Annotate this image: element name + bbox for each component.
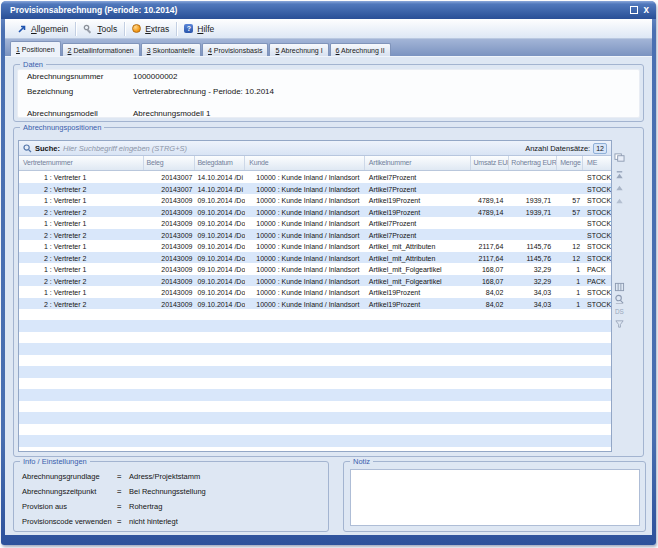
equals-icon: = bbox=[117, 487, 123, 496]
cell-beleg: 20143009 bbox=[144, 217, 196, 229]
menu-item-tools[interactable]: Tools bbox=[76, 19, 124, 38]
cell-rohertrag bbox=[509, 171, 557, 183]
notiz-textarea[interactable] bbox=[350, 469, 640, 526]
cell-kunde: 10000 : Kunde Inland / Inlandsort bbox=[245, 263, 365, 275]
cell-kunde: 10000 : Kunde Inland / Inlandsort bbox=[245, 275, 365, 287]
tab-abrechnung-2[interactable]: 6 Abrechnung II bbox=[330, 43, 391, 56]
col-header-menge[interactable]: Menge bbox=[557, 156, 583, 170]
col-header-umsatz[interactable]: Umsatz EUR bbox=[471, 156, 509, 170]
cell-beleg: 20143009 bbox=[144, 275, 196, 287]
table-row[interactable]: 2 : Vertreter 2 20143007 14.10.2014 /Di … bbox=[19, 183, 611, 195]
column-chooser-icon[interactable] bbox=[614, 153, 625, 163]
search-bar[interactable]: Suche: Hier Suchbegriff eingeben (STRG+S… bbox=[19, 141, 611, 156]
tab-page-positionen: Daten Abrechnungsnummer1000000002 Bezeic… bbox=[5, 56, 652, 535]
tab-abrechnung-1[interactable]: 5 Abrechnung I bbox=[269, 43, 328, 56]
tab-positionen[interactable]: 1 Positionen bbox=[10, 41, 61, 56]
tools-icon bbox=[83, 24, 93, 34]
cell-artikelnummer: Artikel_mit_Folgeartikel bbox=[365, 263, 472, 275]
cell-menge: 57 bbox=[557, 206, 583, 218]
cell-artikelnummer: Artikel_mit_Folgeartikel bbox=[365, 275, 472, 287]
extras-icon bbox=[132, 24, 141, 33]
table-row[interactable]: 2 : Vertreter 2 20143009 09.10.2014 /Do … bbox=[19, 252, 611, 264]
cell-kunde: 10000 : Kunde Inland / Inlandsort bbox=[245, 298, 365, 310]
cell-rohertrag: 32,29 bbox=[509, 263, 557, 275]
cell-rohertrag: 34,03 bbox=[509, 298, 557, 310]
table-row[interactable]: 1 : Vertreter 1 20143007 14.10.2014 /Di … bbox=[19, 171, 611, 183]
cell-vertreternummer: 2 : Vertreter 2 bbox=[19, 298, 144, 310]
cell-artikelnummer: Artikel19Prozent bbox=[365, 286, 472, 298]
cell-umsatz: 84,02 bbox=[471, 286, 509, 298]
dialog-window: Provisionsabrechnung (Periode: 10.2014) … bbox=[1, 1, 656, 545]
menu-item-allgemein[interactable]: Allgemein bbox=[10, 19, 75, 38]
cell-artikelnummer: Artikel19Prozent bbox=[365, 298, 472, 310]
cell-artikelnummer: Artikel19Prozent bbox=[365, 206, 472, 218]
cell-me: STOCK bbox=[583, 206, 611, 218]
table-row[interactable]: 2 : Vertreter 2 20143009 09.10.2014 /Do … bbox=[19, 298, 611, 310]
cell-menge: 12 bbox=[557, 240, 583, 252]
cell-rohertrag bbox=[509, 229, 557, 241]
menu-item-hilfe[interactable]: ? Hilfe bbox=[177, 19, 221, 38]
cell-vertreternummer: 1 : Vertreter 1 bbox=[19, 286, 144, 298]
menu-item-extras[interactable]: Extras bbox=[125, 19, 176, 38]
zoom-icon[interactable] bbox=[614, 294, 625, 304]
cell-artikelnummer: Artikel7Prozent bbox=[365, 217, 472, 229]
cell-rohertrag bbox=[509, 217, 557, 229]
cell-menge: 12 bbox=[557, 252, 583, 264]
cell-artikelnummer: Artikel7Prozent bbox=[365, 171, 472, 183]
col-header-kunde[interactable]: Kunde bbox=[245, 156, 365, 170]
cell-rohertrag: 1145,76 bbox=[509, 240, 557, 252]
cell-me: PACK bbox=[583, 263, 611, 275]
table-row[interactable]: 2 : Vertreter 2 20143009 09.10.2014 /Do … bbox=[19, 275, 611, 287]
cell-me: STOCK bbox=[583, 171, 611, 183]
cell-rohertrag bbox=[509, 183, 557, 195]
scroll-up-icon[interactable] bbox=[614, 183, 625, 193]
window-title: Provisionsabrechnung (Periode: 10.2014) bbox=[10, 5, 177, 15]
filter-icon[interactable] bbox=[614, 319, 625, 329]
help-icon: ? bbox=[184, 24, 193, 33]
cell-umsatz: 84,02 bbox=[471, 298, 509, 310]
cell-rohertrag: 32,29 bbox=[509, 275, 557, 287]
search-label: Suche: bbox=[35, 144, 60, 153]
cell-belegdatum: 09.10.2014 /Do bbox=[195, 298, 245, 310]
col-header-artikelnummer[interactable]: Artikelnummer bbox=[365, 156, 472, 170]
close-icon[interactable]: x bbox=[643, 6, 649, 14]
table-row[interactable]: 2 : Vertreter 2 20143009 09.10.2014 /Do … bbox=[19, 206, 611, 218]
cell-rohertrag: 34,03 bbox=[509, 286, 557, 298]
col-header-beleg[interactable]: Beleg bbox=[144, 156, 196, 170]
search-input[interactable]: Hier Suchbegriff eingeben (STRG+S) bbox=[63, 144, 187, 153]
col-header-rohertrag[interactable]: Rohertrag EUR bbox=[509, 156, 557, 170]
restore-icon[interactable] bbox=[630, 6, 638, 14]
table-row[interactable]: 1 : Vertreter 1 20143009 09.10.2014 /Do … bbox=[19, 286, 611, 298]
cell-me: PACK bbox=[583, 275, 611, 287]
scroll-up2-icon[interactable] bbox=[614, 196, 625, 206]
tab-provisionsbasis[interactable]: 4 Provisionsbasis bbox=[202, 43, 268, 56]
equals-icon: = bbox=[117, 472, 123, 481]
cell-vertreternummer: 1 : Vertreter 1 bbox=[19, 171, 144, 183]
tab-detailinformationen[interactable]: 2 Detailinformationen bbox=[62, 43, 140, 56]
cell-me: STOCK bbox=[583, 194, 611, 206]
cell-vertreternummer: 1 : Vertreter 1 bbox=[19, 217, 144, 229]
cell-belegdatum: 14.10.2014 /Di bbox=[195, 171, 245, 183]
col-header-belegdatum[interactable]: Belegdatum bbox=[195, 156, 245, 170]
scroll-top-icon[interactable] bbox=[614, 170, 625, 180]
table-row[interactable]: 1 : Vertreter 1 20143009 09.10.2014 /Do … bbox=[19, 217, 611, 229]
dataset-icon[interactable]: DS bbox=[614, 307, 625, 317]
table-row[interactable]: 1 : Vertreter 1 20143009 09.10.2014 /Do … bbox=[19, 194, 611, 206]
cell-me: STOCK bbox=[583, 298, 611, 310]
col-header-vertreternummer[interactable]: Vertreternummer bbox=[19, 156, 144, 170]
cell-menge: 1 bbox=[557, 298, 583, 310]
tab-skontoanteile[interactable]: 3 Skontoanteile bbox=[141, 43, 201, 56]
cell-artikelnummer: Artikel19Prozent bbox=[365, 194, 472, 206]
cell-menge: 1 bbox=[557, 286, 583, 298]
cell-belegdatum: 09.10.2014 /Do bbox=[195, 263, 245, 275]
cell-beleg: 20143009 bbox=[144, 206, 196, 218]
cell-umsatz: 4789,14 bbox=[471, 206, 509, 218]
col-header-me[interactable]: ME bbox=[583, 156, 611, 170]
cell-belegdatum: 09.10.2014 /Do bbox=[195, 252, 245, 264]
table-row[interactable]: 2 : Vertreter 2 20143009 09.10.2014 /Do … bbox=[19, 229, 611, 241]
cell-vertreternummer: 1 : Vertreter 1 bbox=[19, 240, 144, 252]
table-row[interactable]: 1 : Vertreter 1 20143009 09.10.2014 /Do … bbox=[19, 263, 611, 275]
grid-view-icon[interactable] bbox=[614, 282, 625, 292]
cell-umsatz bbox=[471, 183, 509, 195]
table-row[interactable]: 1 : Vertreter 1 20143009 09.10.2014 /Do … bbox=[19, 240, 611, 252]
